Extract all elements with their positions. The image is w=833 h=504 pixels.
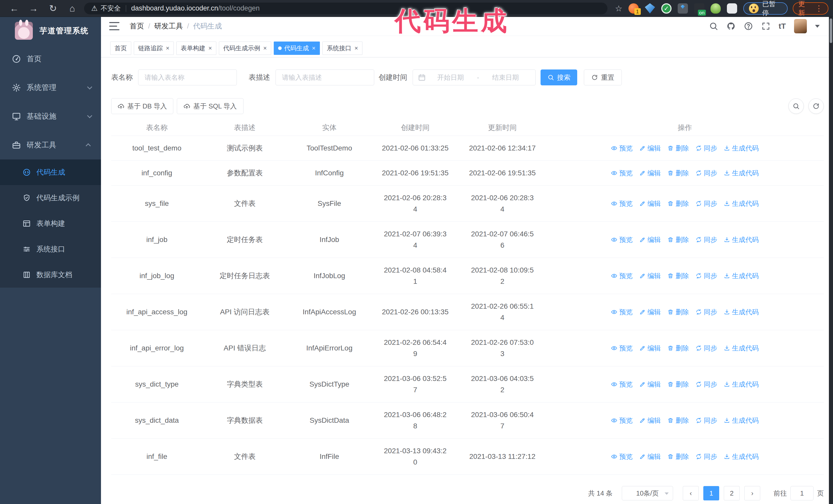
window-scrollbar[interactable] <box>829 17 833 504</box>
extension-on-icon[interactable]: on <box>694 3 704 14</box>
sidebar-subitem[interactable]: 数据库文档 <box>0 262 101 288</box>
extension-grid-icon[interactable] <box>678 3 688 14</box>
preview-link[interactable]: 预览 <box>611 342 633 354</box>
generate-code-link[interactable]: 生成代码 <box>724 451 759 462</box>
edit-link[interactable]: 编辑 <box>639 198 661 209</box>
preview-link[interactable]: 预览 <box>611 415 633 426</box>
tab-close-icon[interactable]: × <box>263 45 267 52</box>
browser-back-icon[interactable]: ← <box>5 3 24 14</box>
preview-link[interactable]: 预览 <box>611 270 633 282</box>
preview-link[interactable]: 预览 <box>611 306 633 318</box>
sync-link[interactable]: 同步 <box>696 167 717 179</box>
browser-home-icon[interactable]: ⌂ <box>63 3 82 14</box>
edit-link[interactable]: 编辑 <box>639 342 661 354</box>
generate-code-link[interactable]: 生成代码 <box>724 379 759 390</box>
import-sql-button[interactable]: 基于 SQL 导入 <box>177 98 243 114</box>
tab-close-icon[interactable]: × <box>312 45 315 52</box>
generate-code-link[interactable]: 生成代码 <box>724 167 759 179</box>
breadcrumb-item[interactable]: 首页 <box>130 21 144 31</box>
extension-green-icon[interactable] <box>711 3 721 14</box>
sync-link[interactable]: 同步 <box>696 451 717 462</box>
preview-link[interactable]: 预览 <box>611 379 633 390</box>
tab[interactable]: 代码生成示例 × <box>219 42 271 55</box>
sync-link[interactable]: 同步 <box>696 342 717 354</box>
edit-link[interactable]: 编辑 <box>639 451 661 462</box>
bookmark-star-icon[interactable]: ☆ <box>613 4 624 13</box>
delete-link[interactable]: 删除 <box>667 143 689 154</box>
sync-link[interactable]: 同步 <box>696 379 717 390</box>
hamburger-menu-icon[interactable] <box>109 22 119 30</box>
delete-link[interactable]: 删除 <box>667 342 689 354</box>
preview-link[interactable]: 预览 <box>611 143 633 154</box>
update-badge[interactable]: 更新 ⋮ <box>793 2 828 15</box>
import-db-button[interactable]: 基于 DB 导入 <box>111 98 173 114</box>
generate-code-link[interactable]: 生成代码 <box>724 198 759 209</box>
sync-link[interactable]: 同步 <box>696 234 717 245</box>
reset-button[interactable]: 重置 <box>584 70 622 86</box>
tab-close-icon[interactable]: × <box>166 45 169 52</box>
table-name-input[interactable] <box>138 70 237 86</box>
edit-link[interactable]: 编辑 <box>639 306 661 318</box>
sidebar-item[interactable]: 系统管理 <box>0 73 101 102</box>
sync-link[interactable]: 同步 <box>696 306 717 318</box>
extension-gem-icon[interactable] <box>645 3 655 14</box>
search-button[interactable]: 搜索 <box>541 70 577 86</box>
tab[interactable]: 首页 <box>110 42 131 55</box>
next-page-button[interactable]: › <box>744 486 760 500</box>
sync-link[interactable]: 同步 <box>696 198 717 209</box>
chevron-down-icon[interactable] <box>815 25 820 28</box>
delete-link[interactable]: 删除 <box>667 415 689 426</box>
delete-link[interactable]: 删除 <box>667 379 689 390</box>
sidebar-item[interactable]: 基础设施 <box>0 102 101 131</box>
delete-link[interactable]: 删除 <box>667 306 689 318</box>
page-number-button[interactable]: 2 <box>724 486 740 500</box>
help-icon[interactable] <box>744 22 753 31</box>
paused-badge[interactable]: 已暂停 <box>743 2 788 15</box>
browser-reload-icon[interactable]: ↻ <box>43 3 63 14</box>
sidebar-item[interactable]: 首页 <box>0 45 101 73</box>
preview-link[interactable]: 预览 <box>611 234 633 245</box>
tab-close-icon[interactable]: × <box>355 45 358 52</box>
date-range-picker[interactable]: - <box>413 70 536 86</box>
sidebar-subitem[interactable]: 表单构建 <box>0 211 101 236</box>
scrollbar-thumb[interactable] <box>830 19 832 43</box>
generate-code-link[interactable]: 生成代码 <box>724 234 759 245</box>
edit-link[interactable]: 编辑 <box>639 415 661 426</box>
delete-link[interactable]: 删除 <box>667 234 689 245</box>
tab-close-icon[interactable]: × <box>208 45 212 52</box>
preview-link[interactable]: 预览 <box>611 451 633 462</box>
goto-page-input[interactable] <box>790 486 813 500</box>
avatar[interactable] <box>794 19 807 33</box>
sync-link[interactable]: 同步 <box>696 143 717 154</box>
github-icon[interactable] <box>727 22 736 31</box>
tab[interactable]: 链路追踪 × <box>134 42 174 55</box>
tab[interactable]: 代码生成 × <box>274 42 320 55</box>
breadcrumb-item[interactable]: 代码生成 <box>193 21 222 31</box>
extension-check-icon[interactable] <box>661 3 671 14</box>
prev-page-button[interactable]: ‹ <box>683 486 699 500</box>
generate-code-link[interactable]: 生成代码 <box>724 270 759 282</box>
page-size-select[interactable]: 10条/页 <box>622 486 673 500</box>
search-icon[interactable] <box>709 22 718 31</box>
generate-code-link[interactable]: 生成代码 <box>724 342 759 354</box>
start-date-input[interactable] <box>426 74 475 81</box>
tab[interactable]: 表单构建 × <box>176 42 216 55</box>
edit-link[interactable]: 编辑 <box>639 234 661 245</box>
font-size-icon[interactable]: tT <box>779 22 786 31</box>
preview-link[interactable]: 预览 <box>611 198 633 209</box>
sync-link[interactable]: 同步 <box>696 270 717 282</box>
delete-link[interactable]: 删除 <box>667 167 689 179</box>
page-number-button[interactable]: 1 <box>703 486 719 500</box>
table-desc-input[interactable] <box>276 70 374 86</box>
browser-menu-icon[interactable]: ⋮ <box>815 4 823 13</box>
refresh-table-button[interactable] <box>808 98 824 114</box>
sidebar-subitem[interactable]: 系统接口 <box>0 236 101 262</box>
extension-orange-icon[interactable]: 1 <box>628 3 639 14</box>
delete-link[interactable]: 删除 <box>667 198 689 209</box>
sidebar-item[interactable]: 研发工具 <box>0 131 101 160</box>
sync-link[interactable]: 同步 <box>696 415 717 426</box>
generate-code-link[interactable]: 生成代码 <box>724 143 759 154</box>
breadcrumb-item[interactable]: 研发工具 <box>154 21 183 31</box>
sidebar-logo[interactable]: 芋道管理系统 <box>0 17 101 45</box>
delete-link[interactable]: 删除 <box>667 270 689 282</box>
